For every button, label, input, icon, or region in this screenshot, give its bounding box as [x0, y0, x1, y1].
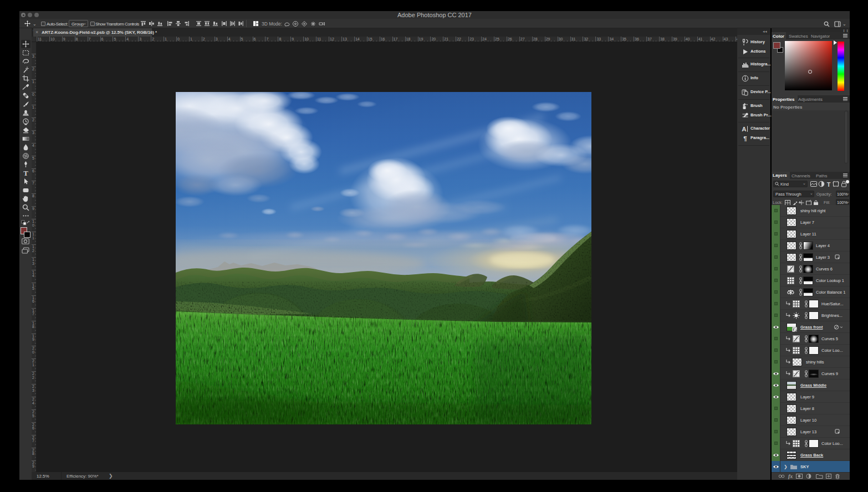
svg-text:fx: fx — [788, 473, 793, 479]
svg-text:T: T — [827, 181, 831, 188]
svg-text:A: A — [742, 126, 746, 132]
svg-text:T: T — [23, 170, 28, 177]
svg-text:¶: ¶ — [743, 135, 747, 142]
